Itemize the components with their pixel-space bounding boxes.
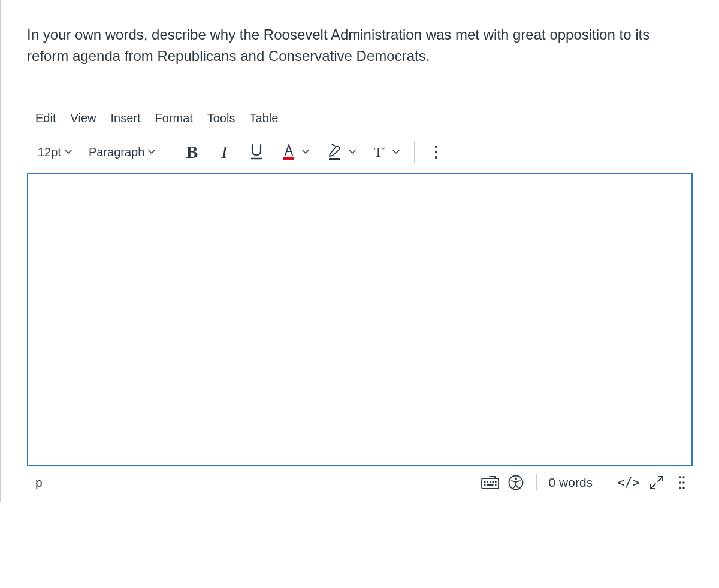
accessibility-icon (508, 475, 524, 490)
statusbar: p (27, 466, 693, 502)
toolbar: 12pt Paragraph B (35, 141, 690, 173)
toolbar-divider (414, 141, 415, 163)
menu-table[interactable]: Table (250, 111, 279, 125)
svg-point-16 (515, 478, 517, 480)
svg-rect-10 (492, 481, 494, 483)
resize-handle[interactable] (673, 474, 690, 492)
italic-label: I (221, 142, 227, 162)
chevron-down-icon (302, 148, 309, 156)
html-view-button[interactable]: </> (617, 474, 640, 492)
svg-rect-13 (487, 484, 493, 486)
highlight-icon (327, 143, 343, 161)
chevron-down-icon (65, 148, 72, 156)
more-options-button[interactable] (427, 141, 446, 163)
html-view-label: </> (617, 475, 640, 490)
superscript-button[interactable]: T 2 (371, 141, 402, 163)
chevron-down-icon (392, 148, 400, 156)
svg-point-19 (679, 481, 681, 484)
chevron-down-icon (148, 148, 155, 156)
element-path[interactable]: p (35, 475, 481, 490)
svg-rect-14 (495, 484, 497, 486)
editor-textarea[interactable] (27, 173, 693, 466)
menubar: Edit View Insert Format Tools Table (35, 111, 690, 141)
svg-rect-2 (329, 158, 340, 160)
block-format-label: Paragraph (89, 146, 144, 159)
accessibility-checker-button[interactable] (507, 474, 524, 492)
rich-text-editor: Edit View Insert Format Tools Table 12pt… (27, 111, 693, 173)
menu-edit[interactable]: Edit (35, 111, 56, 125)
svg-point-3 (435, 146, 437, 148)
keyboard-shortcuts-button[interactable] (481, 474, 499, 492)
svg-point-4 (435, 151, 437, 153)
menu-format[interactable]: Format (155, 111, 193, 125)
statusbar-divider (536, 474, 537, 491)
italic-button[interactable]: I (215, 141, 234, 163)
highlight-color-button[interactable] (325, 141, 358, 163)
keyboard-icon (481, 476, 499, 489)
menu-view[interactable]: View (70, 111, 96, 125)
svg-rect-9 (490, 481, 491, 483)
kebab-icon (434, 145, 438, 159)
menu-insert[interactable]: Insert (110, 111, 140, 125)
svg-rect-7 (484, 481, 486, 483)
bold-button[interactable]: B (182, 141, 201, 163)
expand-icon (649, 475, 664, 490)
svg-rect-6 (482, 478, 499, 489)
svg-rect-8 (487, 481, 488, 483)
word-count[interactable]: 0 words (549, 475, 593, 490)
svg-point-5 (435, 156, 437, 159)
text-color-icon (282, 143, 296, 161)
svg-point-21 (679, 487, 681, 489)
superscript-icon: T 2 (374, 144, 386, 160)
toolbar-divider (170, 141, 170, 163)
drag-handle-icon (678, 475, 685, 490)
menu-tools[interactable]: Tools (207, 111, 235, 125)
svg-point-17 (679, 476, 681, 478)
font-size-label: 12pt (38, 146, 61, 159)
underline-button[interactable] (247, 141, 266, 163)
underline-icon (249, 143, 264, 161)
statusbar-divider (605, 474, 605, 491)
text-color-button[interactable] (279, 141, 312, 163)
bold-label: B (186, 142, 198, 162)
svg-point-18 (682, 476, 685, 478)
svg-point-20 (682, 481, 685, 484)
font-size-select[interactable]: 12pt (35, 141, 74, 163)
svg-rect-12 (484, 484, 486, 486)
question-prompt: In your own words, describe why the Roos… (27, 24, 693, 67)
svg-rect-11 (495, 481, 497, 483)
chevron-down-icon (349, 148, 356, 156)
fullscreen-button[interactable] (648, 474, 665, 492)
svg-point-22 (682, 487, 685, 489)
svg-rect-1 (283, 157, 294, 160)
block-format-select[interactable]: Paragraph (86, 141, 158, 163)
